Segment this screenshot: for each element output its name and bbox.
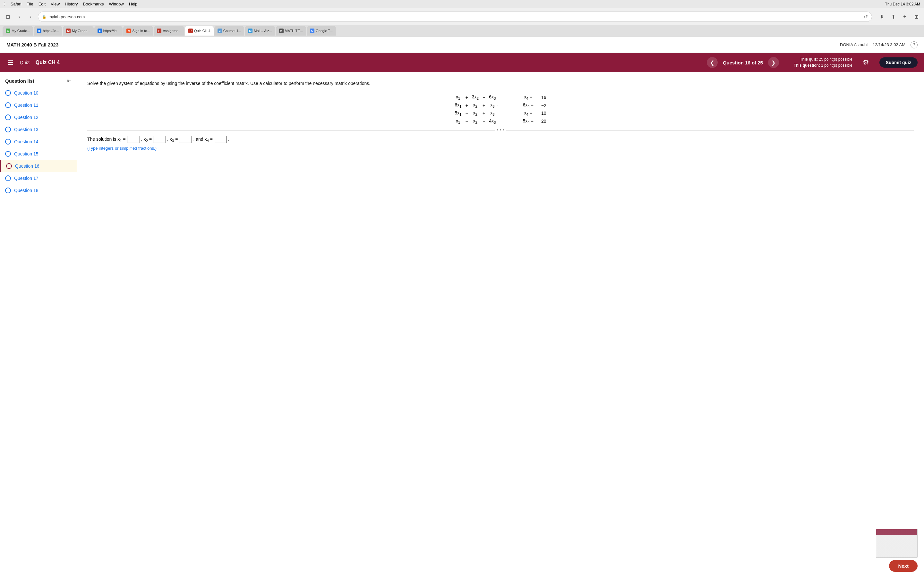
sidebar-label-q14: Question 14 — [14, 139, 39, 144]
grid-btn[interactable]: ⊞ — [912, 12, 921, 21]
eq4-5x4: 5x4 = — [521, 117, 535, 125]
eq2-x2: x2 — [470, 101, 481, 109]
download-btn[interactable]: ⬇ — [877, 12, 886, 21]
equation-row-2: 6x1 + x2 + x3 + 6x4 = −2 — [453, 101, 548, 109]
tab-my-grade-2[interactable]: M My Grade... — [63, 26, 94, 35]
eq2-6x1: 6x1 — [453, 101, 463, 109]
this-quiz-label: This quiz: — [800, 57, 818, 61]
forward-btn[interactable]: › — [26, 12, 35, 21]
next-button[interactable]: Next — [889, 560, 918, 572]
tab-label: Quiz CH 4 — [194, 29, 210, 33]
menu-button[interactable]: ☰ — [6, 57, 15, 68]
back-btn[interactable]: ‹ — [15, 12, 24, 21]
lock-icon: 🔒 — [42, 15, 47, 19]
solution-x2-label: , x2 = — [141, 137, 152, 143]
eq3-minus1: − — [463, 109, 470, 117]
equation-row-3: 5x1 − x2 + x3 − x4 = 10 — [453, 109, 548, 117]
eq4-minus2: − — [481, 117, 487, 125]
this-question-value: 1 point(s) possible — [821, 63, 852, 68]
edit-menu[interactable]: Edit — [39, 2, 45, 6]
tab-my-grade-1[interactable]: G My Grade... — [3, 26, 33, 35]
sidebar-label-q10: Question 10 — [14, 90, 39, 95]
tab-google-t[interactable]: G Google T... — [307, 26, 336, 35]
tab-mail[interactable]: M Mail – Alz... — [245, 26, 275, 35]
tab-assignment[interactable]: P Assignme... — [153, 26, 184, 35]
question-indicator: Question 16 of 25 — [718, 60, 768, 65]
sidebar-label-q16: Question 16 — [15, 163, 39, 169]
clock: Thu Dec 14 3:02 AM — [885, 2, 920, 6]
tab-https-1[interactable]: B https://le... — [34, 26, 62, 35]
eq2-plus1: + — [463, 101, 470, 109]
bookmarks-menu[interactable]: Bookmarks — [83, 2, 103, 6]
eq4-x2: x2 — [470, 117, 481, 125]
eq1-equals — [535, 93, 540, 101]
share-btn[interactable]: ⬆ — [889, 12, 898, 21]
submit-quiz-button[interactable]: Submit quiz — [879, 57, 918, 68]
file-menu[interactable]: File — [27, 2, 33, 6]
url-text: mylab.pearson.com — [48, 15, 85, 19]
sidebar-item-q15[interactable]: Question 15 — [0, 148, 77, 160]
tab-label: Sign in to... — [132, 29, 150, 33]
content-area: Solve the given system of equations by u… — [77, 72, 924, 577]
answer-x3-input[interactable] — [179, 136, 192, 143]
tab-label: https://le... — [43, 29, 59, 33]
new-tab-btn[interactable]: + — [900, 12, 909, 21]
window-menu[interactable]: Window — [109, 2, 124, 6]
app-header-right: DONIA Alzoubi 12/14/23 3:02 AM ? — [840, 41, 918, 48]
sidebar-item-q11[interactable]: Question 11 — [0, 99, 77, 111]
sidebar-label-q11: Question 11 — [14, 103, 39, 108]
sidebar-toggle-btn[interactable]: ⊞ — [3, 12, 12, 21]
screenshot-thumbnail — [876, 529, 918, 558]
apple-menu[interactable]:  — [4, 2, 5, 6]
tab-https-2[interactable]: B https://le... — [94, 26, 123, 35]
tab-favicon-g: G — [6, 29, 10, 33]
tab-favicon-p: P — [157, 29, 162, 33]
tab-math-te[interactable]: M MATH TE... — [276, 26, 306, 35]
view-menu[interactable]: View — [51, 2, 60, 6]
tab-label: Assignme... — [163, 29, 181, 33]
eq4-spacer — [501, 117, 521, 125]
tab-quiz-ch4[interactable]: P Quiz CH 4 — [185, 26, 214, 35]
sidebar-item-q13[interactable]: Question 13 — [0, 123, 77, 135]
eq1-plus1: + — [463, 93, 470, 101]
mac-menubar:  Safari File Edit View History Bookmark… — [0, 0, 924, 8]
sidebar-item-q16[interactable]: Question 16 — [0, 160, 77, 172]
tab-label: https://le... — [103, 29, 120, 33]
tab-favicon-m: M — [66, 29, 71, 33]
help-button[interactable]: ? — [911, 41, 918, 48]
eq2-value: −2 — [540, 101, 548, 109]
eq1-spacer — [501, 93, 521, 101]
help-menu[interactable]: Help — [129, 2, 137, 6]
tab-signin[interactable]: M Sign in to... — [123, 26, 153, 35]
sidebar-item-q12[interactable]: Question 12 — [0, 111, 77, 123]
history-menu[interactable]: History — [65, 2, 78, 6]
prev-question-btn[interactable]: ❮ — [707, 57, 718, 68]
answer-x1-input[interactable] — [127, 136, 140, 143]
radio-q15 — [5, 151, 11, 157]
answer-x2-input[interactable] — [153, 136, 166, 143]
equations-table: x1 + 3x2 − 6x3 − x4 = 16 6x1 + x2 + x3 + — [453, 93, 548, 125]
eq3-spacer — [501, 109, 521, 117]
answer-x4-input[interactable] — [214, 136, 227, 143]
this-quiz-value: 25 point(s) possible — [819, 57, 853, 61]
settings-button[interactable]: ⚙ — [863, 58, 869, 67]
solution-x4-label: , and x4 = — [193, 137, 213, 143]
next-question-btn[interactable]: ❯ — [768, 57, 779, 68]
sidebar-item-q10[interactable]: Question 10 — [0, 87, 77, 99]
sidebar-label-q15: Question 15 — [14, 151, 39, 156]
sidebar-item-q14[interactable]: Question 14 — [0, 135, 77, 148]
address-bar[interactable]: 🔒 mylab.pearson.com ↺ — [38, 11, 872, 22]
sidebar-item-q17[interactable]: Question 17 — [0, 172, 77, 184]
safari-menu[interactable]: Safari — [11, 2, 21, 6]
collapse-sidebar-btn[interactable]: ⇤ — [67, 77, 71, 84]
tab-course-h[interactable]: C Course H... — [214, 26, 244, 35]
hint-text[interactable]: (Type integers or simplified fractions.) — [87, 146, 157, 151]
divider-dots: • • • — [495, 127, 506, 132]
radio-q13 — [5, 127, 11, 132]
reload-btn[interactable]: ↺ — [864, 14, 868, 20]
sidebar-item-q18[interactable]: Question 18 — [0, 184, 77, 197]
tab-label: My Grade... — [11, 29, 30, 33]
tab-favicon-mt: M — [279, 29, 284, 33]
main-layout: Question list ⇤ Question 10 Question 11 … — [0, 72, 924, 577]
eq1-minus1: − — [481, 93, 487, 101]
